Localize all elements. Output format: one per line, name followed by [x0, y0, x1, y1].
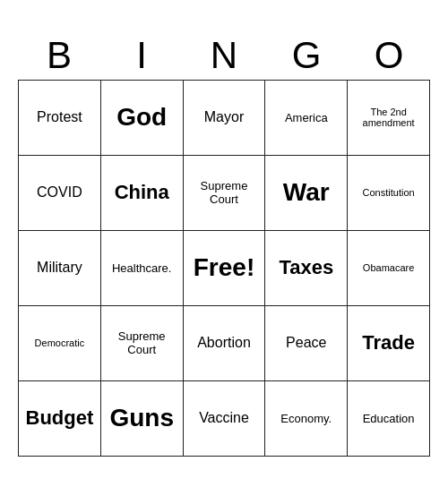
cell-text-7: Supreme Court — [189, 179, 260, 206]
bingo-cell-14: Obamacare — [348, 231, 430, 306]
cell-text-18: Peace — [286, 335, 326, 351]
bingo-cell-5: COVID — [19, 156, 101, 231]
cell-text-12: Free! — [194, 253, 254, 282]
bingo-cell-6: China — [101, 156, 184, 231]
cell-text-0: Protest — [37, 109, 82, 125]
bingo-card: BINGO ProtestGodMayorAmericaThe 2nd amen… — [18, 31, 430, 457]
bingo-cell-11: Healthcare. — [101, 231, 184, 306]
bingo-cell-0: Protest — [19, 81, 101, 156]
bingo-letter-N: N — [183, 31, 265, 80]
bingo-cell-2: Mayor — [184, 81, 266, 156]
cell-text-1: God — [116, 103, 167, 132]
cell-text-21: Guns — [109, 404, 174, 432]
bingo-cell-19: Trade — [348, 306, 430, 381]
bingo-cell-21: Guns — [101, 381, 184, 457]
bingo-letter-I: I — [100, 31, 183, 80]
bingo-letter-G: G — [265, 31, 348, 80]
bingo-cell-12: Free! — [184, 231, 266, 306]
bingo-cell-17: Abortion — [184, 306, 266, 381]
bingo-letter-B: B — [18, 31, 100, 80]
cell-text-4: The 2nd amendment — [353, 107, 424, 128]
cell-text-8: War — [283, 178, 330, 207]
cell-text-3: America — [285, 111, 328, 124]
cell-text-20: Budget — [26, 406, 94, 430]
bingo-grid: ProtestGodMayorAmericaThe 2nd amendmentC… — [18, 80, 430, 457]
bingo-letter-O: O — [348, 31, 430, 80]
bingo-header: BINGO — [18, 31, 430, 80]
bingo-cell-18: Peace — [265, 306, 348, 381]
bingo-cell-3: America — [265, 81, 348, 156]
cell-text-16: Supreme Court — [107, 329, 177, 356]
bingo-cell-15: Democratic — [19, 306, 101, 381]
cell-text-19: Trade — [362, 331, 415, 355]
cell-text-9: Constitution — [363, 187, 415, 198]
bingo-cell-1: God — [101, 81, 184, 156]
bingo-cell-13: Taxes — [265, 231, 348, 306]
cell-text-23: Economy. — [280, 412, 332, 425]
cell-text-6: China — [115, 181, 169, 204]
cell-text-10: Military — [37, 260, 82, 276]
bingo-cell-16: Supreme Court — [101, 306, 184, 381]
bingo-cell-20: Budget — [19, 381, 101, 457]
bingo-cell-7: Supreme Court — [184, 156, 266, 231]
bingo-cell-10: Military — [19, 231, 101, 306]
cell-text-11: Healthcare. — [112, 261, 171, 275]
cell-text-14: Obamacare — [363, 262, 414, 273]
cell-text-15: Democratic — [35, 337, 85, 348]
cell-text-5: COVID — [37, 184, 82, 201]
cell-text-24: Education — [363, 412, 415, 425]
bingo-cell-22: Vaccine — [184, 381, 266, 457]
bingo-cell-4: The 2nd amendment — [348, 81, 430, 156]
bingo-cell-24: Education — [348, 381, 430, 457]
cell-text-22: Vaccine — [199, 410, 249, 426]
bingo-cell-8: War — [265, 156, 348, 231]
cell-text-17: Abortion — [197, 335, 251, 351]
bingo-cell-23: Economy. — [265, 381, 348, 457]
cell-text-2: Mayor — [204, 109, 244, 125]
bingo-cell-9: Constitution — [348, 156, 430, 231]
cell-text-13: Taxes — [279, 256, 333, 279]
